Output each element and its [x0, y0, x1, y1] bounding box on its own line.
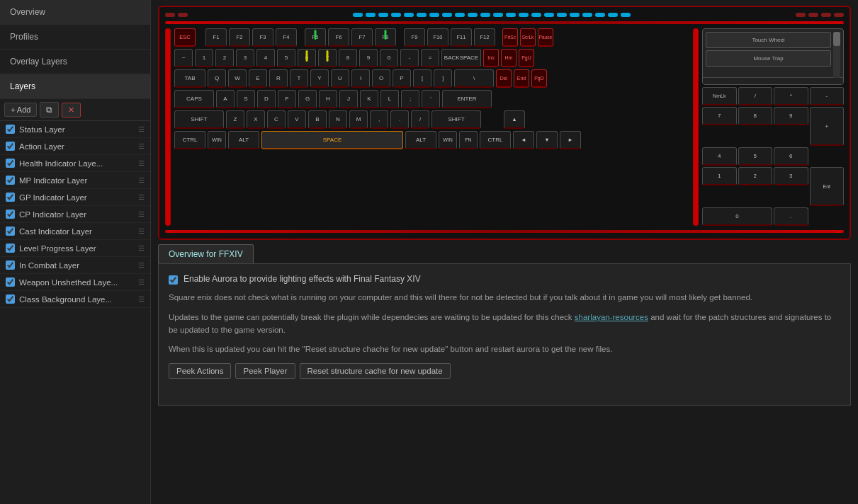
key-1[interactable]: 1 — [195, 49, 213, 67]
key-lbracket[interactable]: [ — [413, 69, 431, 88]
reset-cache-button[interactable]: Reset structure cache for new update — [300, 363, 451, 379]
key-j[interactable]: J — [339, 90, 358, 108]
drag-handle-3[interactable]: ☰ — [138, 176, 145, 184]
drag-handle-5[interactable]: ☰ — [138, 210, 145, 218]
key-a[interactable]: A — [216, 90, 235, 108]
layer-checkbox-level[interactable] — [6, 244, 15, 253]
numpad-7[interactable]: 7 — [702, 107, 737, 125]
key-tab[interactable]: TAB — [174, 69, 205, 88]
key-4[interactable]: 4 — [256, 49, 275, 67]
layer-item-combat[interactable]: In Combat Layer ☰ — [0, 257, 150, 274]
key-m[interactable]: M — [349, 110, 368, 129]
key-down[interactable]: ▼ — [536, 131, 558, 149]
key-z[interactable]: Z — [226, 110, 244, 129]
key-k[interactable]: K — [360, 90, 378, 108]
key-f11[interactable]: F11 — [451, 28, 472, 47]
key-backspace[interactable]: BACKSPACE — [441, 49, 481, 67]
layer-item-weapon[interactable]: Weapon Unshethed Laye... ☰ — [0, 274, 150, 291]
tab-overview[interactable]: Overview for FFXIV — [158, 244, 254, 263]
key-esc[interactable]: ESC — [174, 28, 196, 47]
mouse-trap-btn[interactable]: Mouse Trap — [706, 50, 831, 67]
drag-handle-4[interactable]: ☰ — [138, 193, 145, 201]
key-r[interactable]: R — [269, 69, 288, 88]
key-f4[interactable]: F4 — [276, 28, 297, 47]
numpad-4[interactable]: 4 — [702, 147, 737, 166]
nav-overview[interactable]: Overview — [0, 0, 150, 25]
layer-checkbox-mp[interactable] — [6, 176, 15, 185]
nav-overlay[interactable]: Overlay Layers — [0, 50, 150, 74]
key-tilde[interactable]: ~ — [174, 49, 193, 67]
peek-player-button[interactable]: Peek Player — [235, 363, 295, 379]
key-pgup[interactable]: PgU — [519, 49, 534, 67]
drag-handle-8[interactable]: ☰ — [138, 261, 145, 269]
numpad-minus[interactable]: - — [810, 87, 845, 105]
key-prtsc[interactable]: PrtSc — [502, 28, 518, 47]
numpad-3[interactable]: 3 — [774, 167, 808, 185]
key-rshift[interactable]: SHIFT — [431, 110, 481, 129]
key-f7[interactable]: F7 — [351, 28, 373, 47]
drag-handle-7[interactable]: ☰ — [138, 244, 145, 252]
key-f6[interactable]: F6 — [328, 28, 349, 47]
drag-handle-10[interactable]: ☰ — [138, 295, 145, 303]
numpad-8[interactable]: 8 — [738, 107, 773, 125]
key-8[interactable]: 8 — [339, 49, 357, 67]
key-q[interactable]: Q — [208, 69, 226, 88]
key-9[interactable]: 9 — [359, 49, 378, 67]
touch-wheel-btn[interactable]: Touch Wheel — [706, 32, 831, 48]
key-minus[interactable]: - — [400, 49, 419, 67]
layer-checkbox-class[interactable] — [6, 294, 15, 304]
key-left[interactable]: ◄ — [513, 131, 534, 149]
key-scrlk[interactable]: ScrLk — [520, 28, 536, 47]
key-lwin[interactable]: WIN — [208, 131, 226, 149]
key-x[interactable]: X — [247, 110, 265, 129]
key-d[interactable]: D — [257, 90, 276, 108]
numpad-0[interactable]: 0 — [702, 207, 772, 226]
key-enter[interactable]: ENTER — [442, 90, 492, 108]
key-comma[interactable]: , — [370, 110, 388, 129]
layer-checkbox-status[interactable] — [6, 125, 15, 134]
key-5[interactable]: 5 — [277, 49, 295, 67]
layer-item-level[interactable]: Level Progress Layer ☰ — [0, 240, 150, 257]
numpad-mul[interactable]: * — [774, 87, 808, 105]
key-b[interactable]: B — [308, 110, 327, 129]
key-lalt[interactable]: ALT — [228, 131, 259, 149]
numpad-enter[interactable]: Ent — [810, 167, 845, 206]
key-rbracket[interactable]: ] — [434, 69, 452, 88]
copy-layer-button[interactable]: ⧉ — [40, 102, 59, 118]
numpad-plus[interactable]: + — [810, 107, 845, 146]
key-l[interactable]: L — [380, 90, 399, 108]
scrollbar-sim[interactable] — [833, 32, 840, 78]
key-n[interactable]: N — [329, 110, 347, 129]
key-end[interactable]: End — [514, 69, 529, 88]
numpad-5[interactable]: 5 — [738, 147, 773, 166]
key-up[interactable]: ▲ — [504, 110, 525, 129]
key-7[interactable]: 7 — [318, 49, 337, 67]
key-quote[interactable]: ' — [422, 90, 440, 108]
numpad-1[interactable]: 1 — [702, 167, 737, 185]
key-ins[interactable]: Ins — [483, 49, 499, 67]
drag-handle-9[interactable]: ☰ — [138, 278, 145, 286]
drag-handle-6[interactable]: ☰ — [138, 227, 145, 235]
numpad-9[interactable]: 9 — [774, 107, 808, 125]
key-s[interactable]: S — [237, 90, 255, 108]
key-equals[interactable]: = — [421, 49, 439, 67]
key-pgdn[interactable]: PgD — [531, 69, 547, 88]
layer-checkbox-combat[interactable] — [6, 260, 15, 270]
key-caps[interactable]: CAPS — [174, 90, 214, 108]
drag-handle-1[interactable]: ☰ — [138, 142, 145, 150]
layer-checkbox-action[interactable] — [6, 142, 15, 151]
key-f10[interactable]: F10 — [427, 28, 448, 47]
layer-item-status[interactable]: Status Layer ☰ — [0, 121, 150, 138]
numpad-2[interactable]: 2 — [738, 167, 773, 185]
key-del[interactable]: Del — [496, 69, 512, 88]
key-y[interactable]: Y — [310, 69, 329, 88]
numpad-numlk[interactable]: NmLk — [702, 87, 737, 105]
key-0[interactable]: 0 — [380, 49, 398, 67]
key-slash[interactable]: / — [411, 110, 429, 129]
key-f[interactable]: F — [278, 90, 296, 108]
key-f5[interactable]: F5 — [305, 28, 326, 47]
sharlayan-link[interactable]: sharlayan-resources — [575, 313, 648, 321]
layer-item-action[interactable]: Action Layer ☰ — [0, 138, 150, 155]
key-f8[interactable]: F8 — [375, 28, 396, 47]
key-o[interactable]: O — [372, 69, 390, 88]
